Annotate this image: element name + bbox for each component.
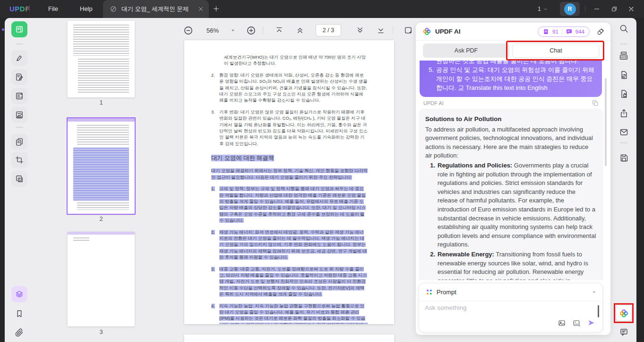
pdf-paragraph: 대기 오염을 해결하기 위해서는 정부 정책, 기술 혁신, 개인 행동을 포함…: [211, 168, 368, 181]
ocr-icon[interactable]: OCR: [618, 50, 629, 61]
send-icon[interactable]: [587, 318, 596, 327]
form-icon[interactable]: [11, 88, 27, 104]
pdf-page[interactable]: 세계보건기구(WHO)는 대기 오염으로 인해 매년 약 700만 명의 조기 …: [184, 40, 394, 324]
prompt-action-icons: [558, 318, 596, 327]
chat-scrollbar[interactable]: [605, 78, 607, 166]
chat-quota-count: 944: [575, 29, 584, 35]
convert-icon[interactable]: [618, 69, 629, 80]
search-icon[interactable]: [618, 23, 629, 34]
user-message-item: 5. 공공 인식 및 교육: 대기 오염의 위험성과 이를 줄이기 위해 개인이…: [426, 65, 595, 92]
zoom-level[interactable]: 56%: [206, 27, 219, 34]
page-fit-view-button[interactable]: [403, 25, 414, 36]
annotate-icon[interactable]: [11, 50, 27, 66]
page-thumbnail-2[interactable]: [68, 118, 135, 214]
prompt-collapse-caret-icon[interactable]: [592, 289, 597, 295]
ai-sender-label: UPDF AI: [423, 100, 444, 106]
document-tab[interactable]: 대기 오염_ 세계적인 문제: [103, 0, 209, 18]
titlebar: UPDF File Help 대기 오염_ 세계적인 문제 1 R: [0, 0, 644, 18]
thumbnails-icon[interactable]: [11, 286, 27, 302]
document-quota-icon: [543, 28, 549, 35]
document-quota-count: 91: [552, 29, 558, 35]
protect-icon[interactable]: [618, 88, 629, 99]
share-icon[interactable]: [618, 107, 629, 119]
prompt-dots-icon[interactable]: [426, 289, 433, 296]
tab-title: 대기 오염_ 세계적인 문제: [121, 5, 193, 13]
rail-divider: [16, 127, 23, 128]
crop-icon[interactable]: [11, 152, 27, 168]
zoom-out-button[interactable]: [182, 25, 194, 36]
rail-divider: [16, 44, 23, 44]
copy-response-icon[interactable]: [592, 99, 599, 107]
next-page-button[interactable]: [354, 25, 366, 36]
document-count-dropdown[interactable]: 1: [538, 0, 548, 18]
previous-page-button[interactable]: [294, 25, 306, 36]
ai-response-card: Solutions to Air Pollution To address ai…: [419, 109, 603, 280]
toolbar-divider: [263, 26, 263, 34]
tab-ask-pdf[interactable]: Ask PDF: [423, 44, 509, 58]
page-thumbnail-1[interactable]: [68, 21, 135, 97]
prompt-input-scrollbar[interactable]: [598, 305, 599, 317]
ask-something-input[interactable]: [425, 304, 567, 328]
go-to-bottom-button[interactable]: [375, 25, 386, 36]
pdf-list-item: 2.환경 영향: 대기 오염은 생태계의 악화, 산성비, 오존층 감소 등 환…: [211, 72, 368, 104]
thumbnail-text-lines: [77, 125, 129, 146]
tab-document-icon: [110, 5, 117, 13]
pdf-list-item: 1.규제 및 정책: 정부는 규제 및 정책 시행을 통해 대기 오염과 싸우는…: [211, 186, 368, 224]
clear-chat-icon[interactable]: [596, 27, 605, 36]
screenshot-translate-icon[interactable]: [572, 319, 581, 327]
thumbnail-text-lines: [73, 25, 129, 56]
titlebar-divider: [585, 6, 585, 12]
restore-button[interactable]: [608, 3, 620, 15]
go-to-top-button[interactable]: [274, 25, 285, 36]
organize-pages-icon[interactable]: [11, 134, 27, 150]
pdf-list-item: 4.지속 가능한 농업: 지속 가능한 농업 관행을 구현함으로써 농업 활동으…: [211, 303, 368, 324]
page-thumbnail-3[interactable]: [68, 232, 135, 326]
minimize-button[interactable]: [591, 3, 603, 15]
page-number-label: 2: [68, 215, 135, 222]
thumbnail-text-lines: [78, 59, 129, 93]
user-message-bubble: 권장하는 것도 농업 배출을 줄이는 데 도움이 됩니다. 5. 공공 인식 및…: [420, 61, 602, 97]
attachment-icon[interactable]: [11, 324, 27, 341]
account-button[interactable]: R: [560, 2, 580, 16]
zoom-in-button[interactable]: [245, 25, 257, 36]
page-number-input[interactable]: 2 / 3: [316, 24, 341, 36]
pdf-list-item: 3.대중 교통: 대중 교통, 자전거, 도보를 장려함으로써 도로 위 차량 …: [211, 266, 368, 298]
ai-response-heading: Solutions to Air Pollution: [425, 115, 597, 124]
svg-text:OCR: OCR: [621, 56, 627, 59]
updf-window: UPDF File Help 대기 오염_ 세계적인 문제 1 R: [0, 0, 644, 342]
comment-icon[interactable]: [618, 326, 629, 338]
page-number-label: 1: [68, 99, 135, 106]
rail-divider: [620, 142, 627, 143]
updf-ai-logo-icon: [422, 27, 431, 36]
updf-logo: UPDF: [9, 5, 30, 13]
menu-help[interactable]: Help: [73, 0, 99, 18]
pdf-paragraph: 세계보건기구(WHO)는 대기 오염으로 인해 매년 약 700만 명의 조기 …: [211, 54, 368, 67]
reader-mode-icon[interactable]: [11, 21, 27, 37]
annotation-box-chat-tab: [506, 41, 604, 61]
chat-scroll-area[interactable]: 권장하는 것도 농업 배출을 줄이는 데 도움이 됩니다. 5. 공공 인식 및…: [416, 61, 610, 280]
chat-quota-icon: [566, 28, 572, 35]
save-icon[interactable]: [618, 152, 629, 163]
zoom-dropdown-caret-icon[interactable]: [227, 25, 239, 36]
ai-response-item: 1. Regulations and Policies: Governments…: [425, 161, 597, 249]
pdf-page-3-edge: [184, 334, 394, 342]
user-message-partial-line: 권장하는 것도 농업 배출을 줄이는 데 도움이 됩니다.: [426, 61, 595, 65]
updf-ai-panel: UPDF AI 91 944 Ask PDF Chat 권장하는 것도 농업 배…: [416, 23, 610, 335]
sign-icon[interactable]: [11, 107, 27, 123]
page-number-label: 3: [68, 328, 135, 335]
prompt-header: Prompt: [419, 283, 602, 301]
insert-image-icon[interactable]: [558, 319, 566, 327]
bookmark-icon[interactable]: [11, 306, 27, 322]
pdf-section-heading: 대기 오염에 대한 해결책: [211, 154, 368, 162]
close-button[interactable]: [625, 3, 637, 15]
tab-close-icon[interactable]: [197, 6, 204, 12]
edit-pdf-icon[interactable]: [11, 69, 27, 85]
email-icon[interactable]: [618, 126, 629, 138]
thumbnail-text-lines: [77, 202, 129, 210]
watermark-icon[interactable]: [11, 171, 27, 187]
prompt-label: Prompt: [437, 289, 588, 296]
ai-response-item: 2. Renewable Energy: Transitioning from …: [425, 250, 597, 280]
menu-file[interactable]: File: [42, 0, 65, 18]
new-tab-button[interactable]: [212, 5, 220, 13]
toolbar-divider: [393, 26, 393, 34]
